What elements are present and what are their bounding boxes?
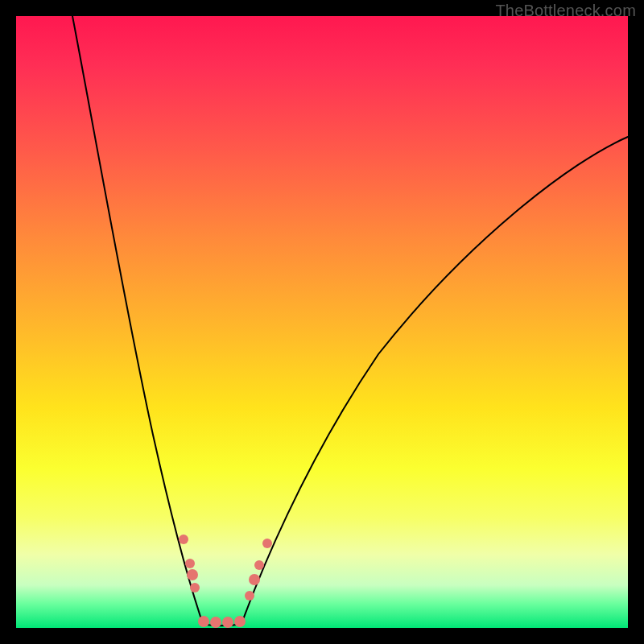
- left-curve: [72, 16, 203, 624]
- right-curve: [242, 137, 628, 624]
- bottleneck-chart: [16, 16, 628, 628]
- marker-dot: [254, 560, 264, 570]
- marker-dot: [210, 617, 221, 628]
- marker-dot: [234, 616, 246, 627]
- marker-dot: [179, 535, 188, 544]
- marker-dot: [262, 539, 272, 548]
- chart-frame: [16, 16, 628, 628]
- marker-dot: [198, 616, 209, 627]
- marker-dot: [187, 569, 198, 580]
- curve-markers: [179, 535, 272, 628]
- marker-dot: [222, 617, 233, 628]
- marker-dot: [245, 591, 254, 601]
- marker-dot: [190, 583, 200, 592]
- marker-dot: [249, 574, 260, 585]
- marker-dot: [185, 559, 195, 568]
